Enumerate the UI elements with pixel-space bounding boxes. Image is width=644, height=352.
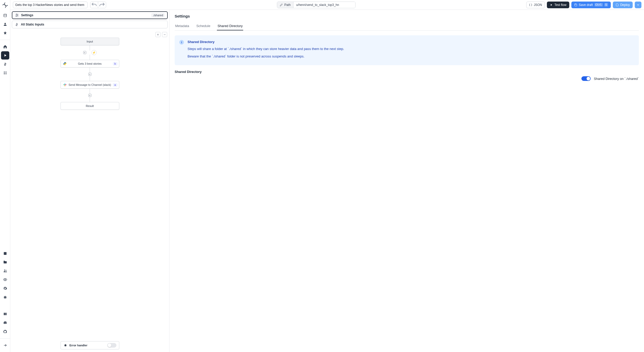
flow-node-result-label: Result bbox=[86, 104, 94, 107]
svg-rect-16 bbox=[575, 4, 576, 4]
nav-calendar-icon[interactable] bbox=[1, 249, 9, 257]
left-panel: Settings ./shared All Static Inputs + − bbox=[10, 10, 170, 352]
flow-node-step-b[interactable]: Gets 3 best stories b bbox=[61, 60, 119, 68]
svg-rect-0 bbox=[4, 14, 6, 17]
settings-tabs: Metadata Schedule Shared Directory bbox=[175, 22, 639, 31]
settings-card[interactable]: Settings ./shared bbox=[12, 11, 168, 19]
nav-play-icon[interactable] bbox=[1, 51, 9, 60]
nav-workspace-icon[interactable] bbox=[1, 11, 9, 20]
nav-discord-icon[interactable] bbox=[1, 319, 9, 327]
settings-title: Settings bbox=[175, 14, 639, 18]
add-step-button[interactable]: + bbox=[88, 94, 91, 97]
inputs-card-label: All Static Inputs bbox=[21, 23, 44, 26]
nav-star-icon[interactable] bbox=[1, 29, 9, 37]
svg-rect-24 bbox=[63, 85, 65, 85]
chevron-down-icon bbox=[637, 3, 640, 6]
nav-team-icon[interactable] bbox=[1, 267, 9, 275]
deploy-button[interactable]: Deploy bbox=[613, 2, 633, 8]
flow-title-input[interactable] bbox=[13, 2, 88, 8]
error-handler-toggle[interactable] bbox=[107, 343, 116, 348]
test-flow-label: Test flow bbox=[554, 3, 566, 7]
add-step-button[interactable]: + bbox=[83, 51, 86, 54]
info-paragraph-1: Steps will share a folder at `./shared` … bbox=[188, 46, 344, 52]
svg-point-3 bbox=[4, 72, 5, 73]
nav-home-icon[interactable] bbox=[1, 43, 9, 51]
settings-card-badge: ./shared bbox=[151, 13, 165, 17]
play-icon bbox=[550, 3, 553, 6]
trigger-icon[interactable]: ⚡ bbox=[91, 50, 97, 55]
svg-point-6 bbox=[5, 73, 6, 74]
deploy-label: Deploy bbox=[620, 3, 630, 7]
svg-point-9 bbox=[4, 270, 5, 271]
svg-rect-26 bbox=[65, 85, 66, 85]
path-input[interactable] bbox=[293, 2, 355, 8]
svg-point-20 bbox=[16, 14, 17, 15]
shared-directory-toggle-label: Shared Directory on `./shared` bbox=[594, 77, 639, 81]
nav-github-icon[interactable] bbox=[1, 328, 9, 336]
flow-node-step-a-label: Send Message to Channel (slack) bbox=[69, 83, 111, 86]
settings-card-label: Settings bbox=[21, 13, 33, 17]
nav-book-icon[interactable] bbox=[1, 310, 9, 318]
nav-user-icon[interactable] bbox=[1, 20, 9, 28]
svg-point-13 bbox=[4, 297, 5, 298]
svg-point-14 bbox=[5, 297, 6, 298]
add-step-button[interactable]: + bbox=[88, 73, 91, 76]
flow-node-step-a[interactable]: Send Message to Channel (slack) a bbox=[61, 81, 119, 89]
flow-node-step-b-label: Gets 3 best stories bbox=[78, 62, 102, 65]
svg-rect-23 bbox=[64, 83, 65, 85]
nav-dollar-icon[interactable] bbox=[1, 60, 9, 68]
svg-point-4 bbox=[5, 72, 6, 73]
flow-node-result[interactable]: Result bbox=[61, 102, 119, 110]
flow-node-input[interactable]: Input bbox=[61, 38, 119, 45]
nav-gear-icon[interactable] bbox=[1, 284, 9, 292]
redo-button[interactable] bbox=[98, 2, 106, 8]
save-draft-label: Save draft bbox=[579, 3, 593, 7]
json-button-label: JSON bbox=[534, 3, 542, 7]
save-icon bbox=[616, 3, 619, 6]
shared-directory-toggle[interactable] bbox=[581, 76, 591, 81]
nav-collapse-icon[interactable] bbox=[1, 341, 9, 349]
svg-line-32 bbox=[66, 345, 66, 345]
python-icon bbox=[63, 62, 67, 66]
svg-rect-12 bbox=[4, 296, 6, 298]
sliders-icon bbox=[15, 13, 19, 17]
info-paragraph-2: Beware that the `./shared` folder is not… bbox=[188, 54, 344, 59]
slack-icon bbox=[63, 83, 67, 87]
tab-shared-directory[interactable]: Shared Directory bbox=[217, 22, 243, 30]
svg-line-34 bbox=[66, 346, 66, 346]
bug-icon bbox=[63, 343, 67, 347]
right-panel: Settings Metadata Schedule Shared Direct… bbox=[170, 10, 644, 352]
app-logo-icon[interactable] bbox=[2, 2, 8, 8]
svg-line-33 bbox=[64, 346, 65, 346]
svg-rect-28 bbox=[65, 345, 66, 346]
test-flow-button[interactable]: Test flow bbox=[547, 2, 569, 8]
shared-dir-section-label: Shared Directory bbox=[175, 70, 639, 74]
deploy-dropdown-button[interactable] bbox=[635, 2, 641, 8]
flow-node-step-a-badge: a bbox=[113, 83, 117, 87]
topbar: Path JSON Test flow Save draft Ctrl bbox=[10, 0, 644, 10]
svg-point-2 bbox=[4, 23, 6, 24]
error-handler-label: Error handler bbox=[70, 344, 88, 347]
svg-point-21 bbox=[17, 15, 18, 16]
save-icon bbox=[574, 3, 577, 6]
svg-point-22 bbox=[16, 16, 16, 17]
path-label[interactable]: Path bbox=[277, 2, 294, 8]
error-handler-row: Error handler bbox=[61, 341, 119, 349]
dollar-icon bbox=[15, 22, 19, 27]
nav-resources-icon[interactable] bbox=[1, 69, 9, 77]
pencil-icon bbox=[280, 3, 283, 6]
nav-bot-icon[interactable] bbox=[1, 293, 9, 301]
inputs-card[interactable]: All Static Inputs bbox=[12, 21, 168, 28]
json-button[interactable]: JSON bbox=[526, 2, 545, 8]
flow-canvas[interactable]: Input + ⚡ bbox=[10, 30, 169, 110]
nav-eye-icon[interactable] bbox=[1, 275, 9, 284]
svg-point-11 bbox=[5, 279, 6, 280]
tab-metadata[interactable]: Metadata bbox=[175, 22, 190, 30]
flow-node-input-label: Input bbox=[87, 40, 93, 43]
nav-folder-icon[interactable] bbox=[1, 258, 9, 266]
undo-button[interactable] bbox=[90, 2, 98, 8]
tab-schedule[interactable]: Schedule bbox=[196, 22, 211, 30]
zoom-in-button[interactable]: + bbox=[155, 32, 160, 37]
save-draft-button[interactable]: Save draft Ctrl S bbox=[571, 2, 611, 8]
zoom-out-button[interactable]: − bbox=[162, 32, 167, 37]
